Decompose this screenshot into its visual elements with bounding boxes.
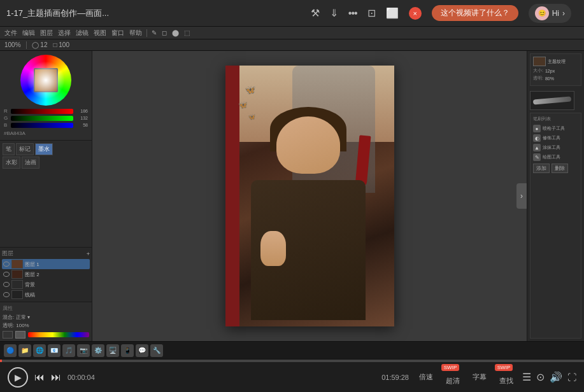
more-icon[interactable]: •••	[348, 8, 357, 19]
menu-filter[interactable]: 滤镜	[74, 29, 90, 38]
menu-view[interactable]: 视图	[92, 29, 108, 38]
fullscreen-button[interactable]: ⛶	[567, 372, 576, 382]
taskbar-app-10[interactable]: 💬	[136, 344, 148, 357]
prop-row-1: 主题纹理	[533, 57, 578, 66]
layer-thumb-1	[11, 260, 23, 269]
picture-icon[interactable]: ⊡	[367, 7, 376, 19]
progress-bar[interactable]	[0, 360, 584, 362]
tool-marker[interactable]: 标记	[16, 143, 34, 155]
progress-filled	[0, 360, 2, 362]
skip-back-button[interactable]: ⏮	[34, 372, 45, 383]
smooth-button[interactable]: 超清	[442, 375, 464, 387]
tool-select[interactable]: ⬚	[182, 29, 192, 36]
taskbar-app-9[interactable]: 📱	[121, 344, 134, 357]
add-layer-btn[interactable]: +	[87, 251, 90, 257]
layer-eye-3[interactable]	[3, 282, 10, 287]
brush-icon-3: ▲	[533, 144, 541, 151]
avatar: 😊	[535, 6, 549, 20]
color-swatch-fg[interactable]	[3, 331, 13, 339]
layer-eye-4[interactable]	[3, 292, 10, 297]
play-button[interactable]: ▶	[8, 367, 28, 388]
hi-button[interactable]: 😊 Hi ›	[529, 4, 571, 23]
tool-oil[interactable]: 油画	[22, 157, 39, 169]
speed-button[interactable]: 倍速	[415, 371, 437, 383]
share-icon[interactable]: ⚒	[311, 7, 320, 19]
brush-stroke	[533, 96, 571, 104]
opacity[interactable]: □ 100	[51, 41, 71, 48]
tool-ink[interactable]: 墨水	[35, 143, 53, 155]
tool-eraser[interactable]: ◻	[160, 29, 169, 36]
tool-pencil[interactable]: ✎	[150, 29, 159, 36]
layer-item-2[interactable]: 图层 2	[2, 269, 90, 279]
taskbar-app-3[interactable]: 🌐	[33, 344, 46, 357]
search-wrapper: SWIP 查找	[495, 368, 517, 387]
search-button[interactable]: 查找	[495, 375, 517, 387]
subtitle-button[interactable]: 字幕	[469, 371, 490, 383]
video-options: 倍速 SWIP 超清 字幕 SWIP 查找 ☰ ⊙ 🔊 ⛶	[415, 368, 576, 387]
volume-icon[interactable]: 🔊	[550, 371, 562, 383]
color-swatch-bg[interactable]	[15, 331, 25, 339]
blue-bar[interactable]	[11, 123, 73, 128]
layer-item-4[interactable]: 线稿	[2, 290, 90, 300]
brush-item-4[interactable]: ✎ 绘图工具	[533, 153, 578, 161]
layer-item-1[interactable]: 图层 1	[2, 259, 90, 269]
sub-panel: 属性 混合: 正常 ▾ 透明: 100%	[0, 302, 92, 341]
illustration-canvas: 🦋 🦋 🦋	[225, 66, 394, 326]
taskbar-app-7[interactable]: ⚙️	[92, 344, 104, 357]
add-brush-btn[interactable]: 添加	[533, 164, 550, 173]
tool-brush[interactable]: 笔	[3, 143, 15, 155]
r-value: 186	[75, 109, 88, 113]
time-total: 01:59:28	[381, 374, 409, 381]
tool-water[interactable]: 水彩	[3, 157, 20, 169]
video-controls: ▶ ⏮ ⏭ 00:00:04 01:59:28 倍速 SWIP 超清 字幕 SW…	[0, 362, 584, 392]
tool-fill[interactable]: ⬤	[170, 29, 181, 36]
taskbar-app-11[interactable]: 🔧	[150, 344, 163, 357]
color-wheel[interactable]	[20, 55, 71, 106]
tool-row-1: 笔 标记 墨水	[3, 143, 89, 155]
taskbar-app-6[interactable]: 📷	[77, 344, 90, 357]
blend-mode-row: 混合: 正常 ▾	[3, 314, 89, 321]
layer-item-3[interactable]: 背景	[2, 279, 90, 290]
layer-name-2: 图层 2	[25, 271, 39, 278]
hi-label: Hi	[552, 9, 559, 18]
panel-toggle-btn[interactable]: ›	[516, 183, 527, 209]
brush-item-1[interactable]: ● 喷枪子工具	[533, 125, 578, 132]
color-swatch[interactable]	[34, 68, 58, 92]
list-icon[interactable]: ☰	[522, 371, 531, 383]
layer-eye-2[interactable]	[3, 272, 10, 277]
green-bar[interactable]	[11, 116, 73, 121]
blend-label: 混合:	[3, 314, 14, 321]
settings-icon[interactable]: ⊙	[536, 371, 545, 383]
menu-edit[interactable]: 编辑	[20, 29, 37, 38]
taskbar-app-8[interactable]: 🖥️	[106, 344, 119, 357]
opacity-value[interactable]: 100%	[16, 323, 29, 328]
taskbar-app-5[interactable]: 🎵	[62, 344, 75, 357]
layer-eye-1[interactable]	[3, 262, 10, 267]
delete-brush-btn[interactable]: 删除	[552, 164, 568, 173]
brush-item-2[interactable]: ◐ 修饰工具	[533, 134, 578, 142]
taskbar-app-2[interactable]: 📁	[18, 344, 31, 357]
zoom-level: 100%	[3, 41, 23, 48]
color-panel: R 186 G 132 B 58 #BA843A	[0, 51, 92, 140]
layer-thumb-4	[11, 290, 23, 299]
taskbar-app-4[interactable]: 📧	[48, 344, 61, 357]
taskbar-app-1[interactable]: 🔵	[4, 344, 17, 357]
brush-size[interactable]: ◯ 12	[30, 41, 50, 48]
menu-window[interactable]: 窗口	[110, 29, 126, 38]
menu-file[interactable]: 文件	[3, 29, 19, 38]
download-icon[interactable]: ⇓	[330, 7, 338, 19]
menu-layer[interactable]: 图层	[38, 29, 55, 38]
brush-item-3[interactable]: ▲ 涂抹工具	[533, 144, 578, 151]
color-wheel-container[interactable]	[20, 55, 71, 106]
menu-select[interactable]: 选择	[56, 29, 73, 38]
sub-title: 属性	[3, 305, 89, 312]
skip-forward-button[interactable]: ⏭	[51, 372, 61, 383]
red-bar[interactable]	[11, 109, 73, 114]
close-button[interactable]: ×	[409, 7, 422, 20]
menu-help[interactable]: 帮助	[127, 29, 144, 38]
question-button[interactable]: 这个视频讲了什么？	[432, 5, 518, 21]
r-label: R	[4, 108, 9, 114]
hue-strip[interactable]	[28, 332, 89, 337]
crop-icon[interactable]: ⬜	[386, 7, 399, 19]
blend-value[interactable]: 正常 ▾	[16, 314, 30, 321]
